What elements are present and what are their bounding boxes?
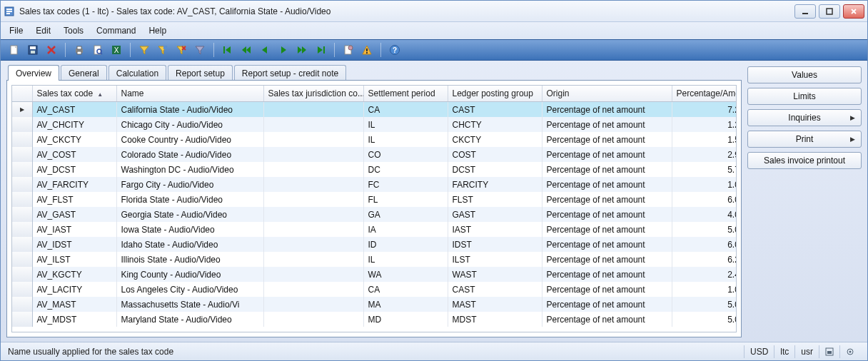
cell-juris[interactable] bbox=[263, 162, 363, 177]
menu-edit[interactable]: Edit bbox=[36, 26, 51, 36]
cell-settle[interactable]: CA bbox=[363, 282, 448, 297]
tab-report-setup-credit-note[interactable]: Report setup - credit note bbox=[234, 65, 346, 81]
remove-filter-icon[interactable] bbox=[173, 42, 189, 58]
col-header-ledger[interactable]: Ledger posting group bbox=[448, 86, 542, 102]
nav-last-icon[interactable] bbox=[313, 42, 328, 58]
cell-pct[interactable]: 7.25 bbox=[672, 102, 736, 117]
nav-back-icon[interactable] bbox=[257, 42, 273, 58]
print-icon[interactable] bbox=[71, 42, 87, 58]
tab-general[interactable]: General bbox=[61, 65, 107, 81]
side-button-inquiries[interactable]: Inquiries▶ bbox=[747, 109, 862, 126]
row-handle[interactable] bbox=[12, 162, 32, 177]
cell-name[interactable]: Georgia State - Audio/Video bbox=[116, 207, 263, 222]
cell-name[interactable]: Cooke Country - Audio/Video bbox=[116, 132, 263, 147]
maximize-button[interactable] bbox=[819, 4, 840, 19]
cell-pct[interactable]: 1.25 bbox=[672, 117, 736, 132]
row-handle[interactable] bbox=[12, 237, 32, 252]
cell-name[interactable]: Colorado State - Audio/Video bbox=[116, 147, 263, 162]
cell-ledger[interactable]: IDST bbox=[448, 237, 542, 252]
nav-fwd-icon[interactable] bbox=[276, 42, 291, 58]
cell-origin[interactable]: Percentage of net amount bbox=[542, 252, 672, 267]
table-row[interactable]: AV_MDSTMaryland State - Audio/VideoMDMDS… bbox=[12, 312, 736, 327]
col-header-origin[interactable]: Origin bbox=[542, 86, 672, 102]
table-row[interactable]: AV_MASTMassachusetts State - Audio/ViMAM… bbox=[12, 297, 736, 312]
cell-origin[interactable]: Percentage of net amount bbox=[542, 207, 672, 222]
cell-settle[interactable]: MD bbox=[363, 312, 448, 327]
cell-settle[interactable]: DC bbox=[363, 162, 448, 177]
cell-pct[interactable]: 5.00 bbox=[672, 297, 736, 312]
cell-name[interactable]: King County - Audio/Video bbox=[116, 267, 263, 282]
attach-icon[interactable] bbox=[340, 42, 356, 58]
alert-icon[interactable] bbox=[359, 42, 375, 58]
cell-settle[interactable]: GA bbox=[363, 207, 448, 222]
export-excel-icon[interactable]: X bbox=[108, 42, 124, 58]
menu-help[interactable]: Help bbox=[148, 26, 166, 36]
row-handle[interactable] bbox=[12, 252, 32, 267]
cell-juris[interactable] bbox=[263, 102, 363, 117]
cell-juris[interactable] bbox=[263, 132, 363, 147]
new-icon[interactable] bbox=[6, 42, 22, 58]
table-row[interactable]: AV_LACITYLos Angeles City - Audio/VideoC… bbox=[12, 282, 736, 297]
cell-code[interactable]: AV_ILST bbox=[32, 252, 116, 267]
cell-juris[interactable] bbox=[263, 282, 363, 297]
cell-ledger[interactable]: COST bbox=[448, 147, 542, 162]
cell-settle[interactable]: CA bbox=[363, 102, 448, 117]
cell-code[interactable]: AV_LACITY bbox=[32, 282, 116, 297]
cell-name[interactable]: Washington DC - Audio/Video bbox=[116, 162, 263, 177]
cell-origin[interactable]: Percentage of net amount bbox=[542, 177, 672, 192]
side-button-print[interactable]: Print▶ bbox=[747, 131, 862, 148]
row-handle[interactable] bbox=[12, 207, 32, 222]
cell-pct[interactable]: 5.00 bbox=[672, 312, 736, 327]
save-icon[interactable] bbox=[25, 42, 41, 58]
cell-ledger[interactable]: FLST bbox=[448, 192, 542, 207]
cell-ledger[interactable]: CHCTY bbox=[448, 117, 542, 132]
cell-code[interactable]: AV_KGCTY bbox=[32, 267, 116, 282]
table-row[interactable]: AV_COSTColorado State - Audio/VideoCOCOS… bbox=[12, 147, 736, 162]
cell-settle[interactable]: MA bbox=[363, 297, 448, 312]
cell-pct[interactable]: 6.00 bbox=[672, 237, 736, 252]
row-handle[interactable] bbox=[12, 312, 32, 327]
cell-code[interactable]: AV_FARCITY bbox=[32, 177, 116, 192]
side-button-values[interactable]: Values bbox=[747, 66, 862, 83]
cell-name[interactable]: Chicago City - Audio/Video bbox=[116, 117, 263, 132]
menu-command[interactable]: Command bbox=[96, 26, 136, 36]
table-row[interactable]: AV_IDSTIdaho State - Audio/VideoIDIDSTPe… bbox=[12, 237, 736, 252]
cell-pct[interactable]: 6.00 bbox=[672, 192, 736, 207]
cell-origin[interactable]: Percentage of net amount bbox=[542, 147, 672, 162]
cell-code[interactable]: AV_IDST bbox=[32, 237, 116, 252]
cell-name[interactable]: Maryland State - Audio/Video bbox=[116, 312, 263, 327]
cell-pct[interactable]: 2.90 bbox=[672, 147, 736, 162]
row-handle[interactable] bbox=[12, 267, 32, 282]
cell-juris[interactable] bbox=[263, 312, 363, 327]
cell-code[interactable]: AV_DCST bbox=[32, 162, 116, 177]
row-handle[interactable] bbox=[12, 117, 32, 132]
cell-origin[interactable]: Percentage of net amount bbox=[542, 282, 672, 297]
cell-juris[interactable] bbox=[263, 252, 363, 267]
cell-code[interactable]: AV_CKCTY bbox=[32, 132, 116, 147]
tab-report-setup[interactable]: Report setup bbox=[168, 65, 233, 81]
cell-pct[interactable]: 1.00 bbox=[672, 282, 736, 297]
row-selector-header[interactable] bbox=[12, 86, 32, 102]
cell-origin[interactable]: Percentage of net amount bbox=[542, 222, 672, 237]
row-handle[interactable] bbox=[12, 147, 32, 162]
cell-juris[interactable] bbox=[263, 297, 363, 312]
col-header-code[interactable]: Sales tax code bbox=[32, 86, 116, 102]
row-handle[interactable] bbox=[12, 177, 32, 192]
menu-file[interactable]: File bbox=[9, 26, 23, 36]
col-header-name[interactable]: Name bbox=[116, 86, 263, 102]
cell-settle[interactable]: IL bbox=[363, 252, 448, 267]
cell-name[interactable]: Fargo City - Audio/Video bbox=[116, 177, 263, 192]
side-button-limits[interactable]: Limits bbox=[747, 88, 862, 105]
cell-settle[interactable]: IL bbox=[363, 117, 448, 132]
cell-origin[interactable]: Percentage of net amount bbox=[542, 267, 672, 282]
close-button[interactable] bbox=[843, 4, 864, 19]
nav-first-icon[interactable] bbox=[220, 42, 236, 58]
cell-settle[interactable]: CO bbox=[363, 147, 448, 162]
cell-code[interactable]: AV_IAST bbox=[32, 222, 116, 237]
table-row[interactable]: AV_CHCITYChicago City - Audio/VideoILCHC… bbox=[12, 117, 736, 132]
cell-name[interactable]: Massachusetts State - Audio/Vi bbox=[116, 297, 263, 312]
cell-code[interactable]: AV_GAST bbox=[32, 207, 116, 222]
cell-settle[interactable]: WA bbox=[363, 267, 448, 282]
cell-origin[interactable]: Percentage of net amount bbox=[542, 192, 672, 207]
filter-by-icon[interactable] bbox=[155, 42, 171, 58]
